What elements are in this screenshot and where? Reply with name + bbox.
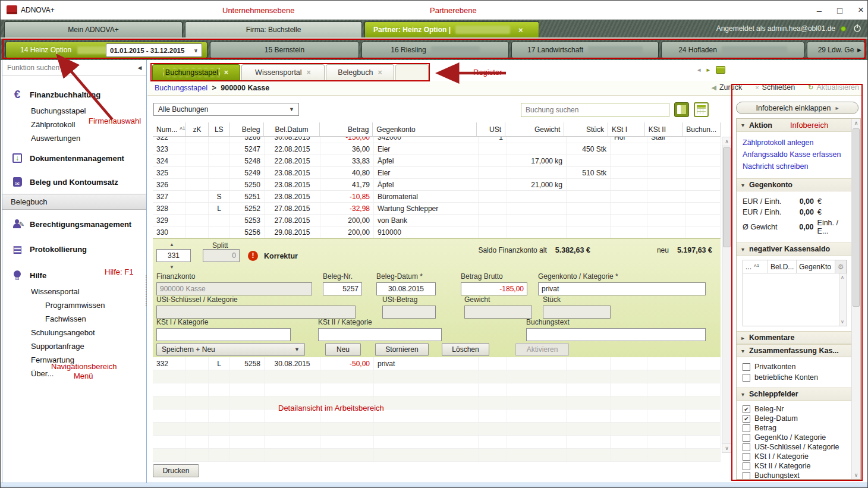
tab-partner-close-icon[interactable]: ×: [518, 26, 523, 34]
partner-tab-14-heinz-option[interactable]: 14 Heinz Option 01.01.2015 - 31.12.2015 …: [5, 42, 207, 58]
column-header-beldatum[interactable]: Bel.Datum: [264, 122, 319, 136]
stornieren-button[interactable]: Stornieren: [375, 343, 429, 356]
tab-scroll-left-icon[interactable]: ◂: [697, 66, 701, 74]
tab-partner-heinz-option[interactable]: Partner: Heinz Option | ×: [364, 21, 539, 37]
partner-tab-24-hofladen[interactable]: 24 Hofladen: [661, 42, 804, 58]
scroll-up-icon[interactable]: ∧: [722, 137, 731, 146]
betrag-brutto-input[interactable]: [461, 282, 527, 295]
section-gegenkonto[interactable]: ▾ Gegenkonto: [737, 178, 851, 191]
scroll-up-icon[interactable]: ∧: [852, 119, 860, 127]
sidebar-item-beleg-und-kontoumsatz[interactable]: ✉ Beleg und Kontoumsatz: [2, 172, 146, 191]
tab-mein-adnova[interactable]: Mein ADNOVA+: [4, 21, 183, 37]
sidebar-item-hilfe[interactable]: Hilfe: [2, 266, 146, 285]
column-header-zk[interactable]: zK: [186, 122, 209, 136]
tab-overflow-icon[interactable]: ▶: [857, 47, 861, 53]
scrollbar-thumb[interactable]: [853, 128, 860, 307]
section-aktion[interactable]: ▾ Aktion Infobereich: [737, 119, 851, 132]
beleg-nr-input[interactable]: [323, 282, 362, 295]
booking-filter-dropdown[interactable]: Alle Buchungen ▼: [153, 103, 299, 116]
tab-firma-buchstelle[interactable]: Firma: Buchstelle: [185, 21, 362, 37]
column-header-stueck[interactable]: Stück: [564, 122, 608, 136]
infobereich-collapse-button[interactable]: Infobereich einklappen ▸: [736, 102, 858, 114]
column-header-ust[interactable]: USt: [477, 122, 505, 136]
tab-list-icon[interactable]: [716, 66, 725, 74]
table-row[interactable]: 326 5250 23.08.201541,79 Äpfel 21,000 kg: [153, 179, 721, 191]
scrollbar-thumb[interactable]: [723, 147, 731, 247]
mini-column-gegenkto[interactable]: GegenKto: [797, 260, 835, 273]
section-zusammenfassung[interactable]: ▾ Zusammenfassung Kas...: [737, 344, 851, 357]
table-row[interactable]: 323 5247 22.08.201536,00 Eier 450 Stk: [153, 143, 721, 155]
column-header-gegenkonto[interactable]: Gegenkonto: [373, 122, 477, 136]
sidebar-item-ueber[interactable]: Über...: [2, 367, 146, 380]
column-header-ls[interactable]: LS: [209, 122, 230, 136]
breadcrumb-root-link[interactable]: Buchungsstapel: [155, 84, 207, 92]
column-header-betrag[interactable]: Betrag: [320, 122, 373, 136]
column-header-buchungstext[interactable]: Buchun...: [683, 122, 721, 136]
sidebar-item-supportanfrage[interactable]: Supportanfrage: [2, 339, 146, 353]
action-link[interactable]: Nachricht schreiben: [737, 160, 851, 172]
partner-tab-17-landwirtschaft[interactable]: 17 Landwirtschaft: [511, 42, 659, 58]
table-row[interactable]: 325 5249 23.08.201540,80 Eier 510 Stk: [153, 167, 721, 179]
kst2-input[interactable]: [318, 328, 442, 341]
checkbox[interactable]: [743, 434, 750, 442]
back-button[interactable]: ◀Zurück: [712, 83, 743, 92]
partner-tab-16-riesling[interactable]: 16 Riesling: [361, 42, 509, 58]
row-down-icon[interactable]: ▼: [169, 265, 174, 270]
buchungstext-input[interactable]: [526, 328, 706, 341]
action-link[interactable]: Anfangssaldo Kasse erfassen: [737, 149, 851, 160]
checkbox[interactable]: [743, 443, 750, 451]
row-number-input[interactable]: [156, 249, 191, 262]
scroll-down-icon[interactable]: ∨: [852, 471, 860, 479]
table-row[interactable]: 322 5266 30.08.2015-150,00 3420001 HofSt…: [153, 137, 721, 143]
sidebar-item-wissensportal[interactable]: Wissensportal: [2, 285, 146, 298]
column-header-beleg[interactable]: Beleg: [230, 122, 265, 136]
mini-column-beldatum[interactable]: Bel.D...: [768, 260, 797, 273]
neu-button[interactable]: Neu: [325, 343, 361, 356]
table-view-icon[interactable]: [694, 102, 709, 117]
refresh-button[interactable]: ↻Aktualisieren: [808, 83, 859, 92]
table-row[interactable]: 330 5256 29.08.2015200,00 910000: [153, 226, 721, 238]
sidebar-collapse-icon[interactable]: ◀: [133, 65, 146, 71]
tab-close-icon[interactable]: ×: [224, 68, 228, 77]
column-header-kst1[interactable]: KSt I: [608, 122, 645, 136]
sidebar-item-protokollierung[interactable]: ▤ Protokollierung: [2, 240, 146, 259]
booking-search-input[interactable]: [521, 103, 669, 117]
period-dropdown[interactable]: 01.01.2015 - 31.12.2015 ∨: [106, 43, 202, 57]
speichern-neu-dropdown[interactable]: Speichern + Neu ▼: [156, 343, 305, 356]
table-row[interactable]: 328 L5252 27.08.2015-32,98 Wartung Schle…: [153, 203, 721, 215]
close-view-button[interactable]: ×Schließen: [755, 83, 795, 92]
register-tab-wissensportal[interactable]: Wissensportal ×: [241, 64, 325, 80]
minimize-button[interactable]: –: [817, 5, 822, 15]
tab-close-icon[interactable]: ×: [378, 68, 382, 77]
gegenkonto-input[interactable]: [538, 282, 706, 295]
scroll-down-icon[interactable]: ∨: [722, 443, 731, 452]
column-header-kst2[interactable]: KSt II: [645, 122, 683, 136]
checkbox[interactable]: [743, 405, 750, 413]
register-tab-buchungsstapel[interactable]: Buchungsstapel ×: [152, 64, 240, 80]
checkbox[interactable]: [743, 462, 750, 470]
table-row[interactable]: 324 5248 22.08.201533,83 Äpfel 17,000 kg: [153, 155, 721, 167]
sidebar-item-dokumentenmanagement[interactable]: ↓ Dokumentenmanagement: [2, 149, 146, 168]
power-icon[interactable]: [853, 24, 861, 34]
register-tab-belegbuch[interactable]: Belegbuch ×: [326, 64, 394, 80]
close-button[interactable]: ×: [858, 4, 864, 16]
table-row[interactable]: 332 L5258 30.08.2015-50,00 privat: [153, 357, 721, 370]
info-panel-scrollbar[interactable]: ∧ ∨: [851, 119, 860, 479]
sidebar-item-programmwissen[interactable]: Programmwissen: [2, 298, 146, 312]
sidebar-item-berechtigungsmanagement[interactable]: ✎ Berechtigungsmanagement: [2, 215, 146, 234]
section-kommentare[interactable]: ▸ Kommentare: [737, 331, 851, 344]
beleg-datum-input[interactable]: [376, 282, 436, 295]
sidebar-item-schulungsangebot[interactable]: Schulungsangebot: [2, 326, 146, 339]
partner-tab-15-bernstein[interactable]: 15 Bernstein: [210, 42, 359, 58]
checkbox[interactable]: [743, 472, 750, 480]
mini-column-num[interactable]: ...^1: [743, 260, 768, 273]
table-row[interactable]: 327 S5251 23.08.2015-10,85 Büromaterial: [153, 191, 721, 203]
function-search-input[interactable]: [2, 64, 133, 72]
tab-scroll-right-icon[interactable]: ▸: [706, 66, 710, 74]
kst1-input[interactable]: [156, 328, 291, 341]
table-scrollbar[interactable]: ∧ ∨: [722, 137, 732, 453]
checkbox[interactable]: [743, 363, 750, 371]
sidebar-item-belegbuch[interactable]: Belegbuch: [2, 194, 146, 210]
action-link[interactable]: Zählprotokoll anlegen: [737, 137, 851, 149]
sidebar-item-zaehlprotokoll[interactable]: Zählprotokoll: [2, 118, 146, 131]
